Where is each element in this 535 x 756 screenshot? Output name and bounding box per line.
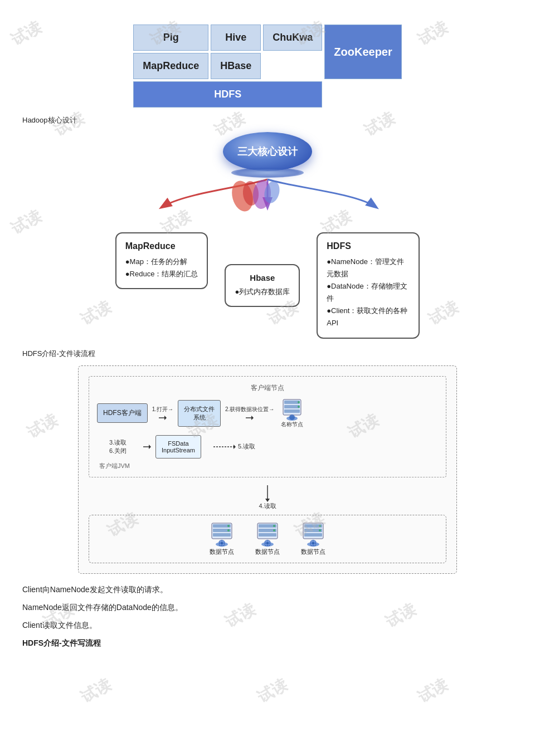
zookeeper-cell: ZooKeeper <box>324 25 401 79</box>
svg-point-29 <box>218 540 225 547</box>
hadoop-diagram: Pig Hive ChuKwa ZooKeeper MapReduce HBas… <box>128 22 407 110</box>
core-ball: 三大核心设计 <box>223 132 312 171</box>
hdfs-read-diagram: 客户端节点 HDFS客户端 1.打开→ 分布式文件系统 2.获得数据块位 <box>78 365 457 574</box>
datanodes-row: 数据节点 数据节点 <box>89 515 446 563</box>
description-paragraphs: Client向NameNode发起文件读取的请求。 NameNode返回文件存储… <box>22 582 513 651</box>
client-jvm-label: 客户端JVM <box>99 462 438 470</box>
para-4: HDFS介绍-文件写流程 <box>22 635 513 651</box>
svg-marker-5 <box>164 416 167 420</box>
core-design-section: 三大核心设计 <box>22 132 513 339</box>
svg-point-26 <box>227 525 230 527</box>
hdfs-client-box: HDFS客户端 <box>97 403 148 423</box>
hdfs-title: HDFS <box>327 241 410 251</box>
client-node-area: 客户端节点 HDFS客户端 1.打开→ 分布式文件系统 2.获得数据块位 <box>89 376 446 477</box>
core-arrows-svg <box>72 177 463 221</box>
namenode-icon: 名称节点 <box>279 398 305 428</box>
svg-marker-19 <box>234 445 236 449</box>
step2-label: 2.获得数据块位置→ <box>225 406 274 413</box>
step5-flow: 5.读取 <box>213 442 255 451</box>
svg-point-15 <box>289 414 295 420</box>
svg-rect-10 <box>284 405 300 408</box>
hdfs-top-flow: HDFS客户端 1.打开→ 分布式文件系统 2.获得数据块位置→ <box>97 398 438 428</box>
step4-arrow: 4.读取 <box>89 485 446 510</box>
svg-marker-7 <box>251 416 254 420</box>
datanode-3-label: 数据节点 <box>301 548 325 556</box>
hadoop-section-label: Hadoop核心设计 <box>22 115 513 125</box>
step2-connector: 2.获得数据块位置→ <box>225 406 274 421</box>
core-ball-label: 三大核心设计 <box>237 145 298 158</box>
pig-cell: Pig <box>133 25 208 51</box>
datanode-1: 数据节点 <box>207 522 236 556</box>
svg-point-47 <box>319 529 321 531</box>
hbase-title: Hbase <box>235 273 290 282</box>
svg-point-27 <box>227 529 230 531</box>
core-boxes: MapReduce ●Map：任务的分解●Reduce：结果的汇总 Hbase … <box>72 232 463 339</box>
distributed-fs-box: 分布式文件系统 <box>178 400 221 427</box>
svg-point-46 <box>319 525 321 527</box>
svg-rect-11 <box>284 409 300 413</box>
hbase-points: ●列式内存数据库 <box>235 286 290 298</box>
svg-point-37 <box>273 529 275 531</box>
svg-rect-9 <box>284 401 300 404</box>
step1-label: 1.打开→ <box>152 406 173 413</box>
hdfs-box: HDFS ●NameNode：管理文件元数据●DataNode：存储物理文件●C… <box>317 232 420 339</box>
hdfs-client-label: HDFS客户端 <box>103 409 142 417</box>
svg-point-49 <box>310 540 317 547</box>
hadoop-table: Pig Hive ChuKwa ZooKeeper MapReduce HBas… <box>131 22 404 110</box>
hdfs-points: ●NameNode：管理文件元数据●DataNode：存储物理文件●Client… <box>327 256 410 330</box>
svg-rect-35 <box>259 533 276 536</box>
step5-label: 5.读取 <box>238 442 255 451</box>
mapreduce-points: ●Map：任务的分解●Reduce：结果的汇总 <box>125 256 198 280</box>
svg-point-39 <box>264 540 271 547</box>
hdfs-read-label: HDFS介绍-文件读流程 <box>22 349 513 359</box>
hdfs-middle-flow: 3.读取6.关闭 FSDataInputStream 5.读取 <box>97 435 438 459</box>
hbase-cell: HBase <box>211 53 261 79</box>
mapreduce-box: MapReduce ●Map：任务的分解●Reduce：结果的汇总 <box>115 232 208 289</box>
svg-rect-45 <box>304 533 322 536</box>
mapreduce-cell: MapReduce <box>133 53 208 79</box>
svg-point-13 <box>298 406 300 408</box>
para-2: NameNode返回文件存储的DataNode的信息。 <box>22 599 513 615</box>
hdfs-cell: HDFS <box>133 81 322 108</box>
mapreduce-title: MapReduce <box>125 241 198 251</box>
svg-point-36 <box>273 525 275 527</box>
step4-label: 4.读取 <box>259 502 276 510</box>
chukwa-cell: ChuKwa <box>263 25 322 51</box>
para-1: Client向NameNode发起文件读取的请求。 <box>22 582 513 597</box>
namenode-label: 名称节点 <box>281 421 303 428</box>
datanode-2: 数据节点 <box>253 522 282 556</box>
svg-marker-17 <box>149 445 151 449</box>
datanode-2-label: 数据节点 <box>255 548 280 556</box>
svg-point-12 <box>298 401 300 403</box>
page-content: Pig Hive ChuKwa ZooKeeper MapReduce HBas… <box>0 0 535 670</box>
hive-cell: Hive <box>211 25 261 51</box>
datanode-1-label: 数据节点 <box>210 548 234 556</box>
step36-label: 3.读取6.关闭 <box>97 438 139 455</box>
fsdata-box: FSDataInputStream <box>155 435 201 459</box>
client-area-title: 客户端节点 <box>97 383 438 393</box>
para-3: Client读取文件信息。 <box>22 617 513 633</box>
svg-rect-25 <box>213 533 231 536</box>
datanode-3: 数据节点 <box>299 522 328 556</box>
hbase-center-box: Hbase ●列式内存数据库 <box>225 264 300 307</box>
step1-connector: 1.打开→ <box>152 406 173 421</box>
